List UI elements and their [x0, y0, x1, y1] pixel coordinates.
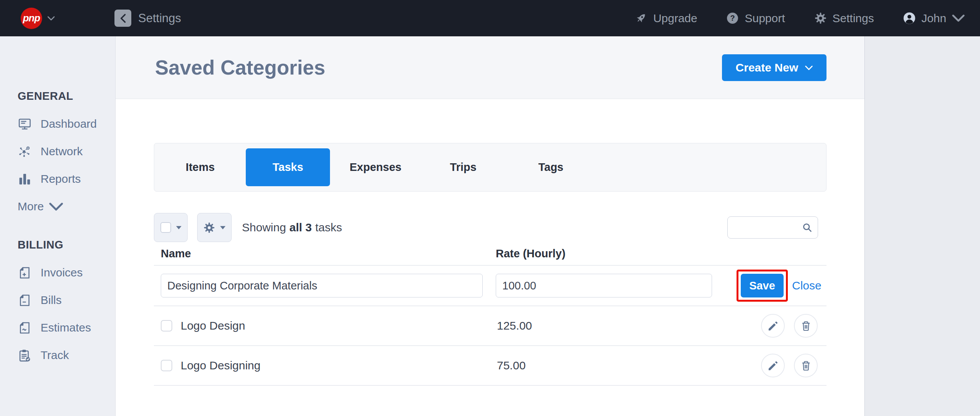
- tab-tasks[interactable]: Tasks: [246, 148, 330, 186]
- edit-row-button[interactable]: [761, 314, 785, 338]
- breadcrumb: Settings: [138, 11, 181, 25]
- reports-icon: [18, 172, 32, 186]
- table-header-row: Name Rate (Hourly): [154, 242, 826, 266]
- row-checkbox[interactable]: [161, 360, 172, 371]
- task-rate: 75.00: [497, 359, 526, 372]
- sidebar-item-label: Estimates: [41, 321, 91, 334]
- category-tabs: Items Tasks Expenses Trips Tags: [154, 143, 826, 192]
- rocket-icon: [635, 12, 647, 24]
- close-link[interactable]: Close: [792, 279, 822, 292]
- sidebar: GENERAL Dashboard Network: [0, 36, 116, 416]
- column-header-rate: Rate (Hourly): [496, 247, 565, 260]
- showing-count-text: Showing all 3 tasks: [242, 221, 342, 234]
- sidebar-heading-general: GENERAL: [18, 89, 115, 102]
- sidebar-more-toggle[interactable]: More: [0, 193, 115, 220]
- upgrade-button[interactable]: Upgrade: [635, 12, 697, 25]
- create-new-label: Create New: [736, 61, 798, 74]
- pencil-icon: [767, 360, 779, 372]
- chevron-down-icon: [47, 16, 55, 21]
- more-label: More: [18, 200, 44, 213]
- back-button[interactable]: [114, 10, 131, 27]
- user-menu[interactable]: John: [903, 12, 965, 25]
- tab-expenses[interactable]: Expenses: [333, 148, 418, 186]
- support-label: Support: [745, 12, 785, 25]
- row-checkbox[interactable]: [161, 320, 172, 332]
- sidebar-item-label: Reports: [41, 172, 81, 185]
- gear-icon: [203, 222, 215, 234]
- pencil-icon: [767, 320, 779, 332]
- estimate-icon: [18, 321, 32, 335]
- upgrade-label: Upgrade: [653, 12, 697, 25]
- sidebar-item-label: Invoices: [41, 266, 83, 279]
- sidebar-item-label: Bills: [41, 294, 62, 307]
- task-rate-input[interactable]: [496, 274, 712, 297]
- bill-icon: [18, 293, 32, 307]
- table-row: Logo Designing 75.00: [154, 346, 826, 386]
- task-name: Logo Design: [181, 319, 245, 332]
- select-all-dropdown[interactable]: [154, 213, 188, 242]
- app-logo: pnp: [21, 8, 42, 29]
- app-screen: pnp Settings Upgrade: [0, 0, 980, 416]
- sidebar-item-dashboard[interactable]: Dashboard: [0, 110, 115, 138]
- caret-down-icon: [176, 226, 181, 229]
- help-icon: ?: [726, 12, 739, 24]
- sidebar-item-reports[interactable]: Reports: [0, 165, 115, 193]
- page-background-gutter: [864, 36, 980, 416]
- topbar-right-nav: Upgrade ? Support: [635, 12, 965, 25]
- invoice-icon: [18, 266, 32, 280]
- chevron-down-icon: [952, 12, 965, 24]
- save-button[interactable]: Save: [741, 274, 784, 297]
- sidebar-item-label: Network: [41, 145, 83, 158]
- user-name: John: [921, 12, 946, 25]
- task-name: Logo Designing: [181, 359, 261, 372]
- chevron-down-icon: [49, 200, 63, 214]
- delete-row-button[interactable]: [794, 354, 818, 377]
- task-name-input[interactable]: [161, 274, 483, 297]
- delete-row-button[interactable]: [794, 314, 818, 338]
- caret-down-icon: [220, 226, 225, 229]
- sidebar-item-label: Dashboard: [41, 117, 97, 130]
- tab-trips[interactable]: Trips: [421, 148, 505, 186]
- settings-label: Settings: [833, 12, 874, 25]
- save-button-highlight-annotation: Save: [737, 270, 788, 302]
- page-title: Saved Categories: [155, 36, 325, 99]
- gear-icon: [814, 12, 827, 24]
- settings-button[interactable]: Settings: [814, 12, 874, 25]
- trash-icon: [800, 360, 812, 372]
- task-edit-row: Save Close: [154, 266, 826, 306]
- list-settings-dropdown[interactable]: [197, 213, 232, 242]
- app-logo-menu[interactable]: pnp: [21, 8, 55, 29]
- sidebar-item-bills[interactable]: Bills: [0, 286, 115, 314]
- column-header-name: Name: [161, 247, 191, 260]
- chevron-down-icon: [805, 65, 813, 70]
- search-box: [727, 216, 818, 239]
- select-all-checkbox[interactable]: [160, 222, 171, 233]
- search-icon: [802, 222, 813, 233]
- chevron-left-icon: [119, 14, 127, 23]
- table-row: Logo Design 125.00: [154, 306, 826, 346]
- showing-emphasis: all 3: [289, 221, 312, 234]
- sidebar-item-invoices[interactable]: Invoices: [0, 259, 115, 286]
- sidebar-heading-billing: BILLING: [18, 238, 115, 251]
- sidebar-item-label: Track: [41, 349, 69, 362]
- network-icon: [18, 145, 32, 159]
- main-content: Saved Categories Create New Items Tasks …: [116, 36, 864, 416]
- track-icon: [18, 348, 32, 362]
- edit-row-button[interactable]: [761, 354, 785, 377]
- create-new-button[interactable]: Create New: [722, 54, 826, 81]
- sidebar-item-track[interactable]: Track: [0, 341, 115, 369]
- sidebar-item-estimates[interactable]: Estimates: [0, 314, 115, 341]
- avatar-icon: [903, 12, 916, 24]
- dashboard-icon: [18, 117, 32, 131]
- showing-prefix: Showing: [242, 221, 286, 234]
- top-navigation-bar: pnp Settings Upgrade: [0, 0, 980, 36]
- tab-tags[interactable]: Tags: [509, 148, 593, 186]
- showing-suffix: tasks: [315, 221, 342, 234]
- list-toolbar: Showing all 3 tasks: [154, 213, 826, 242]
- support-button[interactable]: ? Support: [726, 12, 785, 25]
- task-rate: 125.00: [497, 319, 532, 332]
- page-header: Saved Categories Create New: [116, 36, 864, 99]
- svg-text:?: ?: [730, 14, 735, 22]
- tab-items[interactable]: Items: [158, 148, 242, 186]
- sidebar-item-network[interactable]: Network: [0, 138, 115, 165]
